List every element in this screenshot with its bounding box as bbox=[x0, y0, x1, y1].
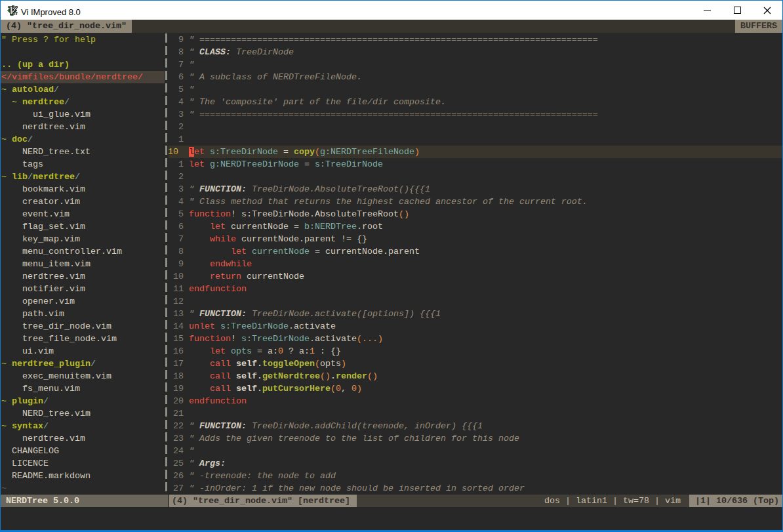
svg-text:im: im bbox=[12, 10, 18, 16]
